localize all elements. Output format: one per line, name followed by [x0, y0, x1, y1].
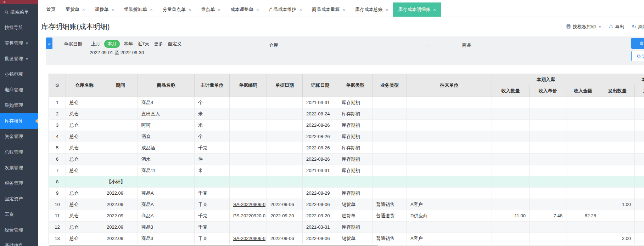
table-row[interactable]: 2总仓直出直入米2022-08-24库存期初: [49, 108, 644, 120]
tab-5[interactable]: 盘点单×: [196, 2, 225, 17]
query-button[interactable]: 查询: [631, 38, 644, 49]
table-row[interactable]: 3总仓呵呵米2022-08-26库存期初: [49, 120, 644, 131]
col-header-partner[interactable]: 往来单位: [407, 74, 492, 97]
date-option-0[interactable]: 上月: [90, 40, 101, 48]
cell-in-amount: [566, 199, 600, 210]
col-header-out-price[interactable]: 发出单价: [635, 85, 644, 97]
doc-code-link[interactable]: SA-20220906-0: [233, 236, 265, 241]
sidebar-item-3[interactable]: 批发管理▼: [0, 51, 38, 67]
sidebar-item-10[interactable]: 发票管理: [0, 160, 38, 176]
sidebar-item-5[interactable]: 电商管理: [0, 82, 38, 98]
col-header-out-qty[interactable]: 发出数量: [600, 85, 635, 97]
tab-7[interactable]: 产品成本维护×: [264, 2, 307, 17]
col-header-product[interactable]: 商品名称: [138, 74, 195, 97]
doc-code-link[interactable]: PS-20220920-0: [233, 213, 265, 218]
col-header-warehouse[interactable]: 仓库名称: [66, 74, 103, 97]
table-row[interactable]: 7总仓商品11米2021-03-31库存期初: [49, 165, 644, 176]
table-row[interactable]: 11总仓2022.09商品A千克PS-20220920-02022-09-202…: [49, 210, 644, 222]
sidebar-item-9[interactable]: 总账管理: [0, 144, 38, 160]
col-header-in-amount[interactable]: 收入金额: [566, 85, 600, 97]
sidebar-item-0[interactable]: 搜索菜单: [0, 4, 38, 20]
warehouse-input[interactable]: [281, 40, 422, 50]
warehouse-picker-button[interactable]: ···: [425, 41, 431, 50]
close-tab-icon[interactable]: ×: [342, 7, 345, 12]
sidebar-item-14[interactable]: 经营管理: [0, 222, 38, 238]
cell-warehouse: 总仓: [66, 108, 103, 120]
refresh-button[interactable]: ↻ 刷新: [632, 24, 644, 30]
tab-10[interactable]: 库存成本明细账×: [393, 2, 441, 17]
tab-3[interactable]: 组装拆卸单×: [119, 2, 158, 17]
sidebar-item-4[interactable]: 小畅电商: [0, 67, 38, 82]
table-row[interactable]: 13总仓2022.09商品3千克SA-20220906-02022-09-062…: [49, 233, 644, 244]
tab-label: 库存成本总账: [355, 6, 383, 13]
sidebar-item-15[interactable]: 基础信息: [0, 238, 38, 246]
close-tab-icon[interactable]: ×: [189, 7, 191, 12]
cell-product: 商品3: [138, 233, 195, 244]
col-header-doc-code[interactable]: 单据编码: [230, 74, 267, 97]
close-tab-icon[interactable]: ×: [433, 7, 436, 12]
close-tab-icon[interactable]: ×: [386, 7, 388, 12]
col-header-period[interactable]: 期间: [103, 74, 138, 97]
export-button[interactable]: 导出: [609, 24, 624, 30]
hamburger-icon[interactable]: ≡: [4, 0, 6, 4]
tab-2[interactable]: 调拨单×: [90, 2, 119, 17]
collapse-filter-button[interactable]: »: [46, 38, 52, 49]
table-row[interactable]: 12总仓2022.09商品3千克2021-03-31库存期初: [49, 222, 644, 233]
tab-9[interactable]: 库存成本总账×: [350, 2, 393, 17]
col-header-doc-type[interactable]: 单据类型: [338, 74, 373, 97]
settings-button[interactable]: ⚙ 设置: [631, 51, 644, 61]
date-option-3[interactable]: 近7天: [137, 40, 150, 48]
sidebar-item-7[interactable]: 库存核算: [0, 113, 38, 129]
cell-unit: 千克: [195, 188, 230, 199]
table-row[interactable]: 6总仓酒水件2022-08-26库存期初: [49, 154, 644, 165]
print-by-template-button[interactable]: 按模板打印 ∨: [566, 24, 601, 30]
tab-4[interactable]: 分量盘点单×: [158, 2, 196, 17]
sidebar-item-11[interactable]: 税务管理: [0, 176, 38, 191]
sidebar-item-13[interactable]: 工资: [0, 207, 38, 222]
sidebar-item-label: 发票管理: [5, 165, 23, 171]
table-row[interactable]: 5总仓成品酒千克2022-08-26库存期初: [49, 142, 644, 154]
cell-product: 酒盒: [138, 131, 195, 142]
tab-1[interactable]: 要货单×: [61, 2, 90, 17]
cell-in-qty: [492, 131, 530, 142]
close-tab-icon[interactable]: ×: [218, 7, 220, 12]
doc-code-link[interactable]: SA-20220906-0: [233, 202, 265, 207]
close-tab-icon[interactable]: ×: [82, 7, 85, 12]
cell-partner: [407, 97, 492, 108]
sidebar-item-2[interactable]: 零售管理▼: [0, 35, 38, 51]
sidebar-item-1[interactable]: 快捷导航: [0, 20, 38, 35]
table-row[interactable]: 4总仓酒盒个2022-08-26库存期初: [49, 131, 644, 142]
table-row[interactable]: 1总仓商品4个2021-03-31库存期初: [49, 97, 644, 108]
col-header-biz-type[interactable]: 业务类型: [373, 74, 407, 97]
table-row[interactable]: 9总仓2022.09商品A千克2022-08-29库存期初: [49, 188, 644, 199]
cell-doc-date: [267, 176, 303, 188]
col-header-book-date[interactable]: 记账日期: [303, 74, 338, 97]
cell-warehouse: 总仓: [66, 97, 103, 108]
product-picker-button[interactable]: ···: [620, 41, 626, 50]
tab-8[interactable]: 商品成本重算×: [307, 2, 350, 17]
date-option-1[interactable]: 本月: [104, 40, 120, 48]
close-tab-icon[interactable]: ×: [150, 7, 153, 12]
cell-doc-type: 库存期初: [338, 97, 373, 108]
close-tab-icon[interactable]: ×: [256, 7, 259, 12]
tab-6[interactable]: 成本调整单×: [225, 2, 264, 17]
sidebar-item-6[interactable]: 采购管理: [0, 98, 38, 113]
date-option-2[interactable]: 本年: [123, 40, 134, 48]
sidebar-item-12[interactable]: 固定资产: [0, 191, 38, 207]
col-header-in-price[interactable]: 收入单价: [530, 85, 566, 97]
close-tab-icon[interactable]: ×: [299, 7, 302, 12]
tab-0[interactable]: 首页: [41, 2, 61, 17]
product-input[interactable]: [474, 40, 617, 50]
subtotal-row[interactable]: 8【小计】: [49, 176, 644, 188]
cell-in-price: [530, 176, 566, 188]
col-header-doc-date[interactable]: 单据日期: [267, 74, 303, 97]
col-header-unit[interactable]: 主计量单位: [195, 74, 230, 97]
sidebar-item-8[interactable]: 资金管理: [0, 129, 38, 144]
date-option-5[interactable]: 自定义: [167, 40, 182, 48]
page-title: 库存明细账(成本明细): [41, 22, 110, 32]
table-row[interactable]: 10总仓2022.09商品A千克SA-20220906-02022-09-062…: [49, 199, 644, 210]
col-header-in-qty[interactable]: 收入数量: [492, 85, 530, 97]
date-option-4[interactable]: 更多: [153, 40, 164, 48]
close-tab-icon[interactable]: ×: [112, 7, 114, 12]
column-settings-icon[interactable]: ⚙: [55, 82, 60, 88]
